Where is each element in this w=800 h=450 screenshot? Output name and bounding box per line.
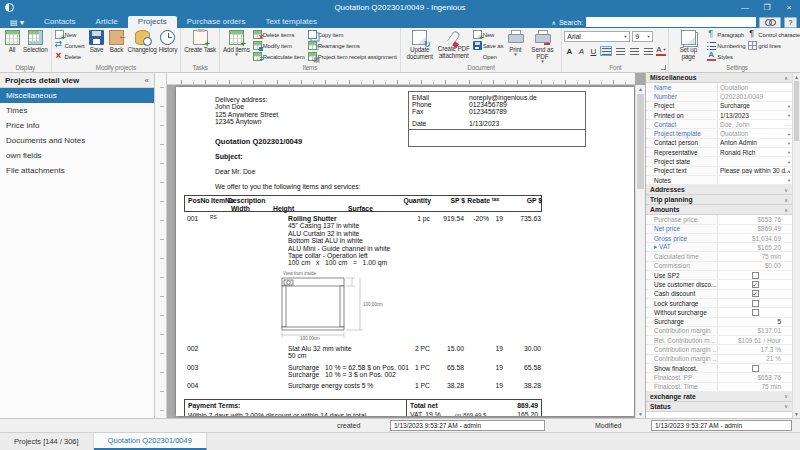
section-exchange-rate[interactable]: exchange rate∨ [646,392,792,402]
prop-value[interactable]: Quotation [718,83,792,91]
scroll-down-icon[interactable]: ▼ [636,411,645,417]
prop-value[interactable]: Q202301/0049 [718,92,792,100]
prop-value[interactable]: Anton Admin▼ [718,139,792,147]
checkbox[interactable] [752,272,759,279]
tab-quotation[interactable]: Quotation Q202301/0049 [94,433,207,450]
section-miscellaneous[interactable]: Miscellaneous∧ [646,73,792,83]
tab-text-templates[interactable]: Text templates [255,16,327,28]
close-button[interactable]: × [778,0,800,15]
section-trip-planning[interactable]: Trip planning∨ [646,195,792,205]
all-button[interactable]: All [2,29,22,54]
save-button[interactable]: Save [87,29,107,54]
update-document-button[interactable]: Update document [403,29,437,61]
prop-value[interactable]: $165.20 [718,243,792,251]
prop-value[interactable]: $137.01 [718,327,792,335]
create-task-button[interactable]: Create Task [183,29,217,54]
sidebar-item-own-fields[interactable]: own fields [0,148,154,163]
dropdown-arrow-icon[interactable]: ▼ [787,168,791,173]
sidebar-item-file-attachments[interactable]: File attachments [0,163,154,178]
minimize-button[interactable]: — [734,0,756,15]
modify-item-button[interactable]: Modify item [252,40,306,51]
document-scrollbar[interactable]: ▲ ▼ [635,85,645,418]
sidebar-item-price-info[interactable]: Price info [0,118,154,133]
collapse-panel-icon[interactable]: « [145,76,149,85]
tab-projects-list[interactable]: Projects [144 / 306] [0,433,94,450]
prop-value[interactable]: 21 % [718,355,792,363]
prop-value[interactable]: ▼ [718,157,792,165]
set-up-page-button[interactable]: Set up page [671,29,705,61]
checkbox[interactable] [752,300,759,307]
tab-projects[interactable]: Projects [128,16,177,28]
prop-value[interactable]: Quotation▼ [718,129,792,137]
prop-value[interactable]: ✓ [718,290,792,298]
align-justify-button[interactable] [642,46,654,56]
checkbox[interactable]: ✓ [752,290,759,297]
dropdown-arrow-icon[interactable]: ▼ [787,113,791,118]
prop-value[interactable]: ✓ [718,280,792,288]
dropdown-arrow-icon[interactable]: ▼ [787,131,791,136]
scroll-down-icon[interactable]: ▼ [793,411,800,417]
dropdown-arrow-icon[interactable]: ▼ [787,150,791,155]
prop-value[interactable]: $1,034.69 [718,234,792,242]
item-row-003[interactable]: 003Surcharge 10 % = 62.58 $ on Pos. 001S… [184,361,542,380]
properties-scrollbar[interactable]: ▲ ▼ [792,73,800,418]
tab-contacts[interactable]: Contacts [34,16,86,28]
project-item-receipt-assignment-button[interactable]: Project item receipt assignment [307,51,398,62]
dropdown-arrow-icon[interactable]: ▼ [787,140,791,145]
grid-lines-button[interactable]: grid lines [747,40,800,51]
delete-items-button[interactable]: Delete items [252,29,306,40]
prop-value[interactable] [718,364,792,372]
ellipsis-button[interactable]: … [785,121,791,127]
history-button[interactable]: History [158,29,179,54]
send-as-pdf-button[interactable]: Send as PDF▼ [525,29,559,65]
prop-value[interactable]: 1/13/2023▼ [718,111,792,119]
create-pdf-attachment-button[interactable]: Create PDF attachment [437,29,471,61]
app-menu-button[interactable]: ▤ ▾ [0,18,34,28]
section-status[interactable]: Status∨ [646,402,792,412]
prop-value[interactable]: Surcharge▼ [718,102,792,110]
created-value-field[interactable]: 1/13/2023 9:53:27 AM - admin [390,420,545,431]
prop-value[interactable]: ▼ [718,176,792,184]
prop-value[interactable]: $869.49 [718,225,792,233]
align-left-button[interactable] [600,46,612,56]
find-button[interactable] [759,17,781,28]
dropdown-arrow-icon[interactable]: ▼ [787,103,791,108]
checkbox[interactable]: ✓ [752,281,759,288]
maximize-button[interactable]: ❐ [756,0,778,15]
section-amounts[interactable]: Amounts∧ [646,205,792,215]
new-button[interactable]: New [472,29,505,40]
prop-value[interactable]: $0.00 [718,262,792,270]
tab-article[interactable]: Article [86,16,128,28]
prop-value[interactable]: 5 [718,318,792,326]
prop-value[interactable]: Ronald Rich▼ [718,148,792,156]
open-button[interactable]: Open [472,51,505,62]
prop-value[interactable]: 17.3 % [718,345,792,353]
sidebar-item-times[interactable]: Times [0,103,154,118]
section-addresses[interactable]: Addresses∨ [646,185,792,195]
underline-button[interactable]: U [588,45,598,56]
document-page[interactable]: Delivery address: John Doe 125 Anywhere … [176,87,634,416]
item-row-002[interactable]: 002Slat Alu 32 mm white50 cm2 PC15.00193… [184,342,542,361]
prop-value[interactable]: Please pay within 30 d...▼ [718,167,792,175]
help-button[interactable]: ? [784,17,797,28]
copy-item-button[interactable]: Copy item [307,29,398,40]
item-row-004[interactable]: 004Surcharge energy costs 5 %1 PC38.2819… [184,379,542,390]
modified-value-field[interactable]: 1/13/2023 9:53:27 AM - admin [651,420,792,431]
checkbox[interactable] [752,309,759,316]
prop-value[interactable] [718,271,792,279]
prop-value[interactable]: $653.76 [718,215,792,223]
search-input[interactable] [586,17,756,27]
checkbox[interactable] [752,365,759,372]
prop-value[interactable] [718,299,792,307]
align-right-button[interactable] [628,46,640,56]
prop-value[interactable]: 75 min [718,383,792,391]
scroll-thumb[interactable] [794,81,799,141]
item-row-001[interactable]: 001RSRolling Shutter45" Casing 137 in wh… [184,212,542,268]
add-items-button[interactable]: Add items▼ [222,29,251,58]
tab-purchase-orders[interactable]: Purchase orders [177,16,256,28]
recalculate-item-button[interactable]: Recalculate item [252,51,306,62]
prop-value[interactable]: Doe, John… [718,120,792,128]
dropdown-arrow-icon[interactable]: ▼ [787,159,791,164]
prop-value[interactable] [718,308,792,316]
save-as-button[interactable]: Save as [472,40,505,51]
